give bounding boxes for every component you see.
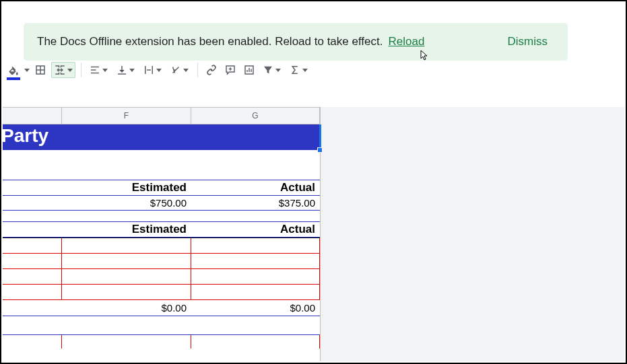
section1-value-row[interactable]: $750.00 $375.00 xyxy=(3,196,320,211)
section1-header-estimated[interactable]: Estimated xyxy=(62,180,191,195)
section2-input-block[interactable] xyxy=(3,238,320,300)
column-header-row: F G xyxy=(3,107,320,124)
paint-color-indicator xyxy=(7,77,20,80)
functions-sigma-icon[interactable] xyxy=(287,62,311,78)
column-header-g[interactable]: G xyxy=(191,108,320,124)
insert-comment-icon[interactable] xyxy=(222,62,238,78)
section2-total-estimated[interactable]: $0.00 xyxy=(62,300,191,316)
section1-header-row[interactable]: Estimated Actual xyxy=(3,180,320,196)
offline-extension-banner: The Docs Offline extension has been enab… xyxy=(24,23,568,61)
section2-total-row[interactable]: $0.00 $0.00 xyxy=(3,300,320,316)
dropdown-caret-icon[interactable] xyxy=(24,69,30,72)
section2-total-actual[interactable]: $0.00 xyxy=(191,300,320,316)
section1-value-actual[interactable]: $375.00 xyxy=(191,196,320,210)
spreadsheet-grid[interactable]: Party Estimated Actual $750.00 $375.00 E… xyxy=(3,124,320,349)
empty-row[interactable] xyxy=(3,150,320,180)
filter-icon[interactable] xyxy=(260,62,284,78)
column-header-e[interactable] xyxy=(3,108,62,124)
empty-row[interactable] xyxy=(3,316,320,335)
formatting-toolbar xyxy=(5,61,311,79)
banner-message: The Docs Offline extension has been enab… xyxy=(37,35,383,48)
vertical-align-icon[interactable] xyxy=(114,62,138,78)
toolbar-separator xyxy=(81,63,81,77)
horizontal-align-icon[interactable] xyxy=(87,62,111,78)
paint-bucket-icon[interactable] xyxy=(5,62,22,78)
section3-row[interactable] xyxy=(3,335,320,349)
column-header-f[interactable]: F xyxy=(62,108,191,124)
merge-cells-icon[interactable] xyxy=(51,62,75,78)
section2-header-row[interactable]: Estimated Actual xyxy=(3,221,320,238)
section2-header-estimated[interactable]: Estimated xyxy=(62,222,191,237)
selection-border xyxy=(319,124,321,150)
borders-icon[interactable] xyxy=(32,62,48,78)
title-merged-cell[interactable]: Party xyxy=(3,124,320,150)
selection-handle[interactable] xyxy=(317,147,323,153)
dismiss-button[interactable]: Dismiss xyxy=(508,35,548,48)
text-rotation-icon[interactable] xyxy=(168,62,192,78)
section1-header-actual[interactable]: Actual xyxy=(191,180,320,195)
insert-chart-icon[interactable] xyxy=(241,62,257,78)
reload-link[interactable]: Reload xyxy=(389,35,425,48)
title-text: Party xyxy=(1,125,48,147)
section1-value-estimated[interactable]: $750.00 xyxy=(62,196,191,210)
insert-link-icon[interactable] xyxy=(203,62,220,78)
empty-row[interactable] xyxy=(3,211,320,221)
text-wrap-icon[interactable] xyxy=(141,62,165,78)
sheet-empty-area xyxy=(320,107,624,361)
toolbar-separator xyxy=(197,63,198,77)
section2-header-actual[interactable]: Actual xyxy=(191,222,320,237)
